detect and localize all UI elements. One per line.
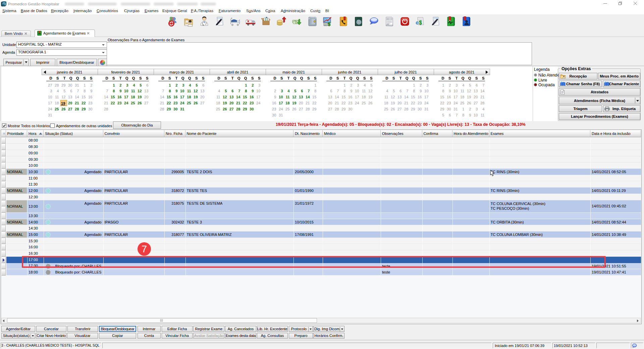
svg-text:$: $ <box>419 20 422 26</box>
svg-text:$: $ <box>328 21 331 27</box>
svg-text:e: e <box>416 19 419 26</box>
